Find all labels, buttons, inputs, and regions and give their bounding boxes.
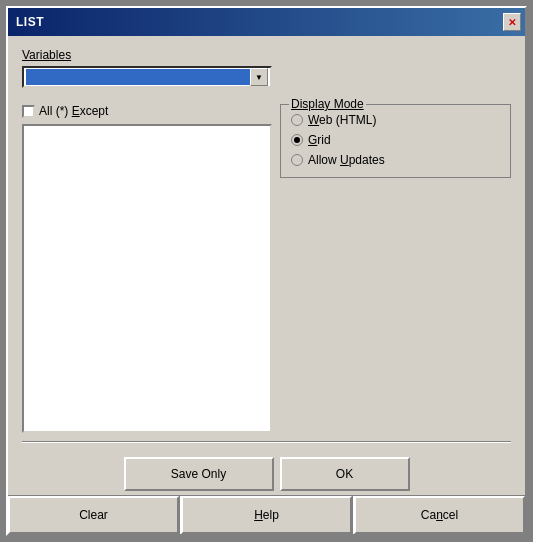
radio-updates[interactable]: Allow Updates — [291, 153, 500, 167]
radio-updates-btn[interactable] — [291, 154, 303, 166]
dropdown-row: i ▼ — [22, 66, 511, 88]
ok-button[interactable]: OK — [280, 457, 410, 491]
display-mode-group: Display Mode Web (HTML) Grid Allow Updat… — [280, 104, 511, 178]
radio-web-label: Web (HTML) — [308, 113, 376, 127]
divider — [22, 441, 511, 443]
radio-grid[interactable]: Grid — [291, 133, 500, 147]
display-mode-legend: Display Mode — [289, 97, 366, 111]
bottom-buttons: Clear Help Cancel — [8, 495, 525, 534]
all-except-row: All (*) Except — [22, 104, 272, 118]
radio-web-btn[interactable] — [291, 114, 303, 126]
variables-section: Variables i ▼ — [22, 48, 511, 96]
radio-grid-btn[interactable] — [291, 134, 303, 146]
dropdown-arrow-button[interactable]: ▼ — [250, 68, 268, 86]
title-bar-text: LIST — [16, 15, 44, 29]
right-panel: Display Mode Web (HTML) Grid Allow Updat… — [280, 104, 511, 433]
title-bar: LIST — [8, 8, 525, 36]
left-panel: All (*) Except — [22, 104, 272, 433]
clear-button[interactable]: Clear — [8, 496, 179, 534]
save-only-button[interactable]: Save Only — [124, 457, 274, 491]
variables-dropdown[interactable]: i ▼ — [22, 66, 272, 88]
dialog-body: Variables i ▼ All (*) Except — [8, 36, 525, 451]
variables-label: Variables — [22, 48, 71, 62]
radio-grid-label: Grid — [308, 133, 331, 147]
dialog-window: LIST Variables i ▼ All (*) Exce — [6, 6, 527, 536]
variables-listbox[interactable] — [22, 124, 272, 433]
cancel-button[interactable]: Cancel — [354, 496, 525, 534]
main-content: All (*) Except Display Mode Web (HTML) G… — [22, 104, 511, 433]
button-row-1: Save Only OK — [8, 451, 525, 495]
dropdown-value: i — [26, 69, 250, 85]
radio-updates-label: Allow Updates — [308, 153, 385, 167]
close-button[interactable] — [503, 13, 521, 31]
all-except-checkbox[interactable] — [22, 105, 35, 118]
radio-web[interactable]: Web (HTML) — [291, 113, 500, 127]
help-button[interactable]: Help — [181, 496, 352, 534]
all-except-label: All (*) Except — [39, 104, 108, 118]
